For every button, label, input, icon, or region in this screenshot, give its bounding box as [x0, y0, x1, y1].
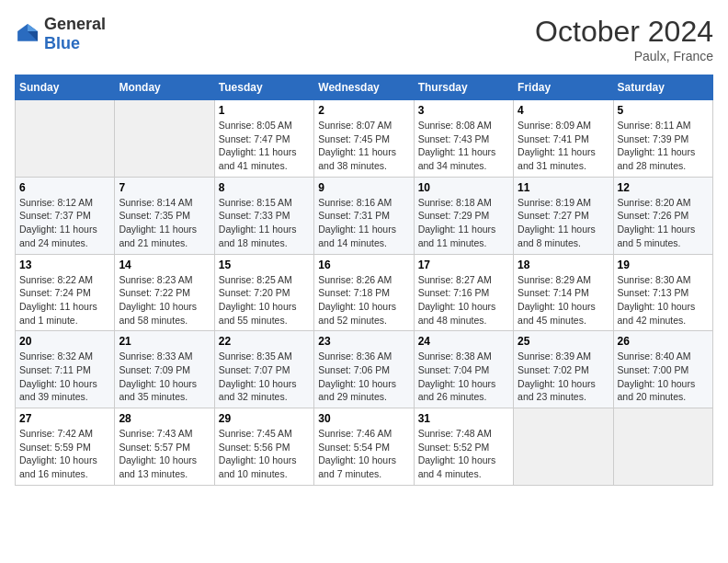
title-block: October 2024 Paulx, France: [535, 15, 713, 63]
svg-marker-1: [28, 24, 38, 31]
day-cell: 18Sunrise: 8:29 AMSunset: 7:14 PMDayligh…: [514, 254, 613, 331]
day-cell: 19Sunrise: 8:30 AMSunset: 7:13 PMDayligh…: [613, 254, 712, 331]
day-number: 25: [518, 335, 609, 348]
day-info: Sunrise: 8:33 AMSunset: 7:09 PMDaylight:…: [119, 350, 210, 404]
header-day-thursday: Thursday: [414, 75, 513, 100]
day-number: 5: [618, 104, 709, 117]
day-number: 17: [418, 259, 509, 271]
day-cell: [16, 100, 115, 178]
header-day-tuesday: Tuesday: [214, 75, 313, 100]
day-info: Sunrise: 8:16 AMSunset: 7:31 PMDaylight:…: [318, 196, 409, 250]
day-info: Sunrise: 8:36 AMSunset: 7:06 PMDaylight:…: [318, 350, 409, 404]
day-cell: 24Sunrise: 8:38 AMSunset: 7:04 PMDayligh…: [414, 331, 513, 408]
logo-text: General Blue: [44, 15, 106, 53]
day-cell: 8Sunrise: 8:15 AMSunset: 7:33 PMDaylight…: [214, 177, 313, 254]
day-cell: 9Sunrise: 8:16 AMSunset: 7:31 PMDaylight…: [314, 177, 414, 254]
day-cell: 1Sunrise: 8:05 AMSunset: 7:47 PMDaylight…: [214, 100, 313, 178]
week-row-5: 27Sunrise: 7:42 AMSunset: 5:59 PMDayligh…: [16, 408, 713, 486]
day-cell: 29Sunrise: 7:45 AMSunset: 5:56 PMDayligh…: [214, 408, 313, 486]
day-info: Sunrise: 8:40 AMSunset: 7:00 PMDaylight:…: [618, 350, 709, 404]
day-cell: 26Sunrise: 8:40 AMSunset: 7:00 PMDayligh…: [613, 331, 712, 408]
header-day-saturday: Saturday: [613, 75, 712, 100]
week-row-3: 13Sunrise: 8:22 AMSunset: 7:24 PMDayligh…: [16, 254, 713, 331]
day-number: 7: [119, 181, 210, 194]
page-header: General Blue October 2024 Paulx, France: [15, 15, 713, 63]
day-cell: 23Sunrise: 8:36 AMSunset: 7:06 PMDayligh…: [314, 331, 414, 408]
day-cell: 16Sunrise: 8:26 AMSunset: 7:18 PMDayligh…: [314, 254, 414, 331]
calendar-table: SundayMondayTuesdayWednesdayThursdayFrid…: [15, 75, 713, 486]
day-info: Sunrise: 8:35 AMSunset: 7:07 PMDaylight:…: [219, 350, 310, 404]
day-info: Sunrise: 8:30 AMSunset: 7:13 PMDaylight:…: [618, 273, 709, 327]
day-info: Sunrise: 8:07 AMSunset: 7:45 PMDaylight:…: [318, 119, 409, 173]
header-day-friday: Friday: [514, 75, 613, 100]
day-number: 15: [219, 259, 310, 271]
day-info: Sunrise: 7:46 AMSunset: 5:54 PMDaylight:…: [318, 427, 409, 481]
day-cell: 6Sunrise: 8:12 AMSunset: 7:37 PMDaylight…: [16, 177, 115, 254]
day-cell: 10Sunrise: 8:18 AMSunset: 7:29 PMDayligh…: [414, 177, 513, 254]
header-day-wednesday: Wednesday: [314, 75, 414, 100]
day-cell: 3Sunrise: 8:08 AMSunset: 7:43 PMDaylight…: [414, 100, 513, 178]
day-number: 23: [318, 335, 409, 348]
day-number: 2: [318, 104, 409, 117]
day-cell: 22Sunrise: 8:35 AMSunset: 7:07 PMDayligh…: [214, 331, 313, 408]
day-number: 22: [219, 335, 310, 348]
day-number: 19: [618, 259, 709, 271]
day-info: Sunrise: 8:18 AMSunset: 7:29 PMDaylight:…: [418, 196, 509, 250]
day-cell: 14Sunrise: 8:23 AMSunset: 7:22 PMDayligh…: [115, 254, 214, 331]
day-cell: 25Sunrise: 8:39 AMSunset: 7:02 PMDayligh…: [514, 331, 613, 408]
day-info: Sunrise: 8:25 AMSunset: 7:20 PMDaylight:…: [219, 273, 310, 327]
day-number: 28: [119, 412, 210, 425]
day-number: 1: [219, 104, 310, 117]
day-cell: 11Sunrise: 8:19 AMSunset: 7:27 PMDayligh…: [514, 177, 613, 254]
day-number: 20: [19, 335, 110, 348]
day-info: Sunrise: 8:29 AMSunset: 7:14 PMDaylight:…: [518, 273, 609, 327]
day-cell: 20Sunrise: 8:32 AMSunset: 7:11 PMDayligh…: [16, 331, 115, 408]
day-cell: 12Sunrise: 8:20 AMSunset: 7:26 PMDayligh…: [613, 177, 712, 254]
day-number: 6: [19, 181, 110, 194]
day-info: Sunrise: 8:26 AMSunset: 7:18 PMDaylight:…: [318, 273, 409, 327]
day-cell: 13Sunrise: 8:22 AMSunset: 7:24 PMDayligh…: [16, 254, 115, 331]
day-info: Sunrise: 8:23 AMSunset: 7:22 PMDaylight:…: [119, 273, 210, 327]
day-info: Sunrise: 8:32 AMSunset: 7:11 PMDaylight:…: [19, 350, 110, 404]
day-number: 11: [518, 181, 609, 194]
day-info: Sunrise: 7:42 AMSunset: 5:59 PMDaylight:…: [19, 427, 110, 481]
day-number: 21: [119, 335, 210, 348]
day-info: Sunrise: 8:20 AMSunset: 7:26 PMDaylight:…: [618, 196, 709, 250]
day-cell: [514, 408, 613, 486]
day-cell: [613, 408, 712, 486]
day-number: 10: [418, 181, 509, 194]
day-cell: 5Sunrise: 8:11 AMSunset: 7:39 PMDaylight…: [613, 100, 712, 178]
day-cell: 2Sunrise: 8:07 AMSunset: 7:45 PMDaylight…: [314, 100, 414, 178]
day-number: 13: [19, 259, 110, 271]
day-cell: 31Sunrise: 7:48 AMSunset: 5:52 PMDayligh…: [414, 408, 513, 486]
day-info: Sunrise: 8:11 AMSunset: 7:39 PMDaylight:…: [618, 119, 709, 173]
day-cell: 15Sunrise: 8:25 AMSunset: 7:20 PMDayligh…: [214, 254, 313, 331]
day-cell: [115, 100, 214, 178]
day-cell: 7Sunrise: 8:14 AMSunset: 7:35 PMDaylight…: [115, 177, 214, 254]
day-cell: 27Sunrise: 7:42 AMSunset: 5:59 PMDayligh…: [16, 408, 115, 486]
logo: General Blue: [15, 15, 106, 53]
day-info: Sunrise: 7:45 AMSunset: 5:56 PMDaylight:…: [219, 427, 310, 481]
day-number: 4: [518, 104, 609, 117]
day-number: 30: [318, 412, 409, 425]
week-row-2: 6Sunrise: 8:12 AMSunset: 7:37 PMDaylight…: [16, 177, 713, 254]
day-info: Sunrise: 8:08 AMSunset: 7:43 PMDaylight:…: [418, 119, 509, 173]
day-info: Sunrise: 8:19 AMSunset: 7:27 PMDaylight:…: [518, 196, 609, 250]
day-cell: 30Sunrise: 7:46 AMSunset: 5:54 PMDayligh…: [314, 408, 414, 486]
day-cell: 21Sunrise: 8:33 AMSunset: 7:09 PMDayligh…: [115, 331, 214, 408]
day-number: 9: [318, 181, 409, 194]
day-info: Sunrise: 8:39 AMSunset: 7:02 PMDaylight:…: [518, 350, 609, 404]
day-info: Sunrise: 8:38 AMSunset: 7:04 PMDaylight:…: [418, 350, 509, 404]
month-title: October 2024: [535, 15, 713, 49]
logo-icon: [15, 21, 40, 47]
day-cell: 28Sunrise: 7:43 AMSunset: 5:57 PMDayligh…: [115, 408, 214, 486]
day-info: Sunrise: 8:27 AMSunset: 7:16 PMDaylight:…: [418, 273, 509, 327]
location: Paulx, France: [535, 49, 713, 63]
day-number: 8: [219, 181, 310, 194]
day-info: Sunrise: 8:05 AMSunset: 7:47 PMDaylight:…: [219, 119, 310, 173]
day-number: 29: [219, 412, 310, 425]
day-number: 31: [418, 412, 509, 425]
week-row-4: 20Sunrise: 8:32 AMSunset: 7:11 PMDayligh…: [16, 331, 713, 408]
header-row: SundayMondayTuesdayWednesdayThursdayFrid…: [16, 75, 713, 100]
week-row-1: 1Sunrise: 8:05 AMSunset: 7:47 PMDaylight…: [16, 100, 713, 178]
